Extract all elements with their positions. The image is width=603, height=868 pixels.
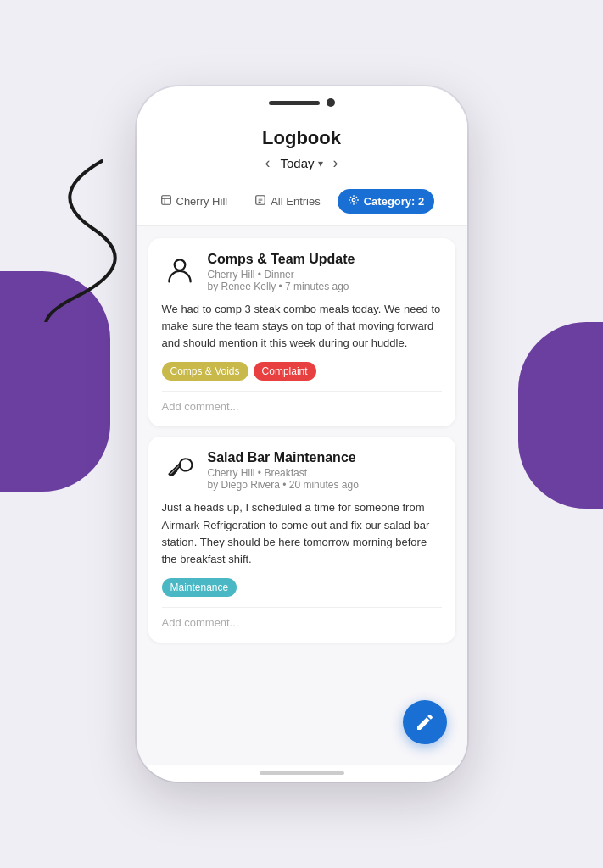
entry-1-divider <box>162 391 442 392</box>
entry-1-header: Comps & Team Update Cherry Hill • Dinner… <box>162 252 442 292</box>
entry-1-icon <box>162 252 198 287</box>
new-entry-fab[interactable] <box>403 700 447 744</box>
tag-maintenance[interactable]: Maintenance <box>162 578 237 597</box>
cherry-hill-icon <box>160 194 172 209</box>
phone-frame: Logbook ‹ Today ▾ › Cherry Hill <box>137 86 467 782</box>
entry-2-body: Just a heads up, I scheduled a time for … <box>162 499 442 568</box>
entry-2-header: Salad Bar Maintenance Cherry Hill • Brea… <box>162 450 442 491</box>
filter-category[interactable]: Category: 2 <box>338 189 435 214</box>
entry-card-2: Salad Bar Maintenance Cherry Hill • Brea… <box>148 437 455 643</box>
entry-2-author: by Diego Rivera • 20 minutes ago <box>208 479 442 491</box>
entry-2-tags: Maintenance <box>162 578 442 597</box>
entry-1-title: Comps & Team Update <box>208 252 442 267</box>
entry-2-add-comment[interactable]: Add comment... <box>162 616 442 629</box>
screen: Logbook ‹ Today ▾ › Cherry Hill <box>137 114 467 765</box>
date-dropdown-icon: ▾ <box>318 158 323 170</box>
notch-camera <box>327 98 335 107</box>
prev-date-button[interactable]: ‹ <box>265 154 270 172</box>
phone-notch <box>137 86 467 114</box>
page-title: Logbook <box>154 127 450 149</box>
entry-1-add-comment[interactable]: Add comment... <box>162 400 442 413</box>
entry-2-icon <box>162 450 198 486</box>
entry-1-body: We had to comp 3 steak combo meals today… <box>162 301 442 352</box>
entry-1-tags: Comps & Voids Complaint <box>162 362 442 381</box>
entry-2-location: Cherry Hill • Breakfast <box>208 467 442 479</box>
filter-all-entries[interactable]: All Entries <box>244 189 331 214</box>
home-indicator <box>260 771 344 775</box>
entry-2-divider <box>162 607 442 608</box>
entry-1-author: by Renee Kelly • 7 minutes ago <box>208 281 442 292</box>
filter-cherry-hill[interactable]: Cherry Hill <box>150 189 238 214</box>
filter-all-entries-label: All Entries <box>271 195 321 208</box>
svg-rect-0 <box>161 196 170 205</box>
blob-right <box>518 322 603 509</box>
entry-1-meta: Comps & Team Update Cherry Hill • Dinner… <box>208 252 442 292</box>
date-navigation: ‹ Today ▾ › <box>154 154 450 172</box>
entry-2-title: Salad Bar Maintenance <box>208 450 442 465</box>
next-date-button[interactable]: › <box>333 154 338 172</box>
date-label[interactable]: Today ▾ <box>280 156 322 170</box>
svg-point-2 <box>352 198 355 202</box>
tag-comps-voids[interactable]: Comps & Voids <box>162 362 248 381</box>
entry-card-1: Comps & Team Update Cherry Hill • Dinner… <box>148 238 455 426</box>
app-header: Logbook ‹ Today ▾ › <box>137 114 467 182</box>
phone-bottom <box>137 765 467 782</box>
squiggle-decoration <box>25 153 127 322</box>
filter-bar: Cherry Hill All Entries Category: 2 <box>137 182 467 226</box>
entry-2-meta: Salad Bar Maintenance Cherry Hill • Brea… <box>208 450 442 491</box>
all-entries-icon <box>254 194 266 209</box>
category-icon <box>348 194 360 209</box>
tag-complaint[interactable]: Complaint <box>254 362 316 381</box>
entries-list: Comps & Team Update Cherry Hill • Dinner… <box>137 226 467 765</box>
svg-point-3 <box>174 259 185 270</box>
notch-bar <box>269 101 320 105</box>
entry-1-location: Cherry Hill • Dinner <box>208 269 442 281</box>
filter-cherry-hill-label: Cherry Hill <box>176 195 228 208</box>
filter-category-label: Category: 2 <box>364 195 425 208</box>
